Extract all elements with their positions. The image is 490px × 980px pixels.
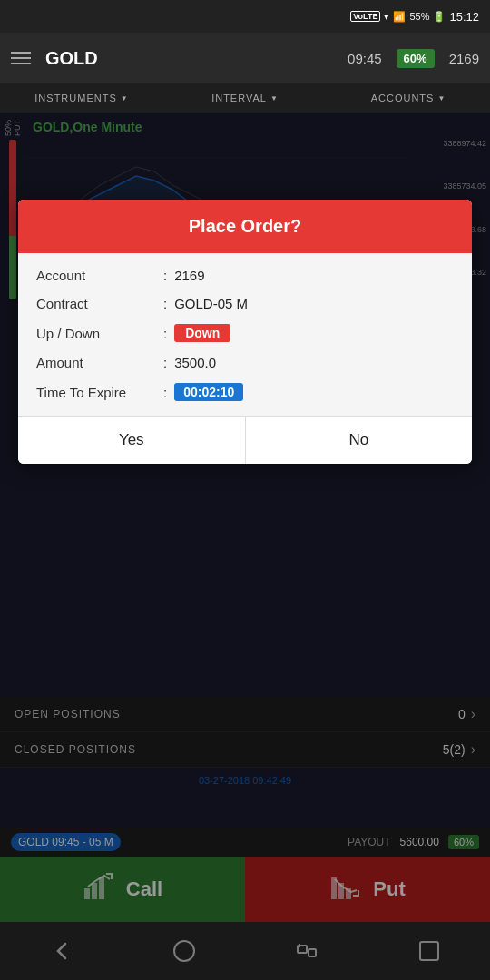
no-button[interactable]: No (246, 416, 473, 464)
dialog-buttons: Yes No (18, 416, 472, 464)
contract-colon: : (163, 296, 167, 311)
updown-colon: : (163, 326, 167, 341)
amount-value: 3500.0 (174, 355, 216, 370)
place-order-dialog: Place Order? Account : 2169 Contract : G… (18, 200, 472, 464)
sub-nav: INSTRUMENTS ▼ INTERVAL ▼ ACCOUNTS ▼ (0, 83, 490, 113)
account-colon: : (163, 268, 167, 283)
interval-label: INTERVAL (211, 93, 267, 103)
dialog-row-account: Account : 2169 (36, 268, 454, 283)
dialog-row-contract: Contract : GOLD-05 M (36, 296, 454, 311)
dialog-body: Account : 2169 Contract : GOLD-05 M Up /… (18, 253, 472, 416)
amount-colon: : (163, 355, 167, 370)
battery-icon: 🔋 (433, 11, 446, 23)
contract-value: GOLD-05 M (174, 296, 248, 311)
accounts-label: ACCOUNTS (371, 93, 435, 103)
battery-percent: 55% (409, 11, 429, 22)
expire-time-badge: 00:02:10 (174, 383, 243, 401)
interval-arrow-icon: ▼ (270, 94, 279, 103)
dialog-title: Place Order? (189, 216, 302, 236)
accounts-arrow-icon: ▼ (437, 94, 446, 103)
wifi-icon: ▾ (384, 11, 389, 23)
nav-bar: GOLD 09:45 60% 2169 (0, 33, 490, 83)
nav-percent-badge: 60% (397, 49, 435, 68)
dialog-row-amount: Amount : 3500.0 (36, 355, 454, 370)
nav-account: 2169 (449, 51, 479, 66)
volte-indicator: VoLTE (350, 11, 380, 22)
contract-key: Contract (36, 296, 163, 311)
nav-title: GOLD (45, 48, 333, 69)
amount-key: Amount (36, 355, 163, 370)
instruments-label: INSTRUMENTS (34, 93, 116, 103)
dialog-header: Place Order? (18, 200, 472, 253)
account-key: Account (36, 268, 163, 283)
sub-nav-accounts[interactable]: ACCOUNTS ▼ (327, 93, 490, 103)
expire-colon: : (163, 385, 167, 400)
hamburger-menu[interactable] (11, 52, 31, 64)
dialog-row-expire: Time To Expire : 00:02:10 (36, 383, 454, 401)
status-bar: VoLTE ▾ 📶 55% 🔋 15:12 (0, 0, 490, 33)
down-badge: Down (174, 324, 230, 342)
signal-icon: 📶 (393, 11, 406, 23)
expire-key: Time To Expire (36, 385, 163, 400)
instruments-arrow-icon: ▼ (121, 94, 129, 103)
clock: 15:12 (449, 10, 479, 24)
sub-nav-instruments[interactable]: INSTRUMENTS ▼ (0, 93, 163, 103)
nav-time: 09:45 (348, 51, 382, 66)
sub-nav-interval[interactable]: INTERVAL ▼ (163, 93, 327, 103)
yes-button[interactable]: Yes (18, 416, 246, 464)
status-icons: VoLTE ▾ 📶 55% 🔋 15:12 (350, 10, 479, 24)
updown-key: Up / Down (36, 326, 163, 341)
account-value: 2169 (174, 268, 204, 283)
dialog-row-updown: Up / Down : Down (36, 324, 454, 342)
